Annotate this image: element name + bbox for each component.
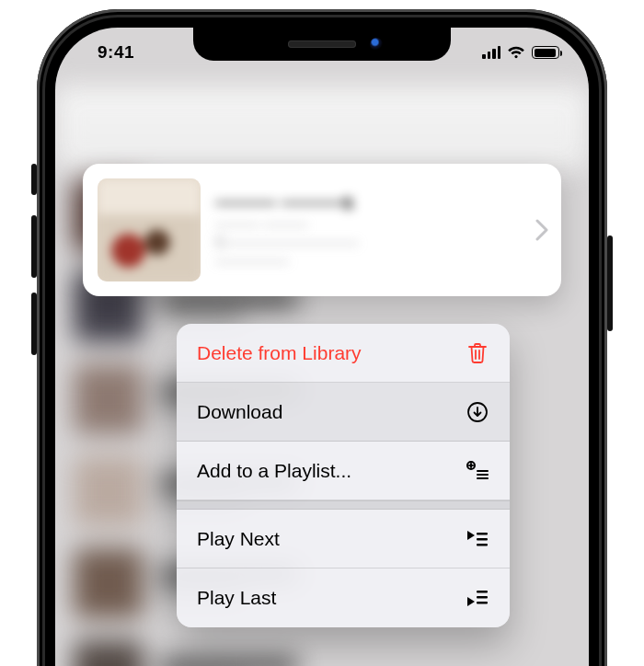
- cellular-icon: [482, 46, 500, 59]
- song-subtitle-3: —————: [215, 253, 521, 270]
- svg-rect-6: [477, 596, 488, 598]
- song-subtitle-2: C—————————: [215, 235, 521, 251]
- speaker-grille: [288, 40, 356, 48]
- mute-switch: [31, 164, 37, 195]
- play-next-icon: [466, 527, 489, 551]
- menu-item-play-last[interactable]: Play Last: [177, 568, 510, 627]
- trash-icon: [466, 341, 489, 365]
- svg-rect-5: [477, 591, 488, 592]
- iphone-device-frame: 9:41: [37, 9, 607, 666]
- menu-item-delete-from-library[interactable]: Delete from Library: [177, 324, 510, 383]
- song-title: ——— ———s: [215, 190, 521, 214]
- menu-item-label: Add to a Playlist...: [197, 460, 351, 482]
- volume-down-button: [31, 293, 37, 355]
- menu-item-play-next[interactable]: Play Next: [177, 510, 510, 568]
- svg-rect-2: [477, 533, 488, 534]
- status-time: 9:41: [85, 42, 134, 63]
- svg-rect-4: [477, 544, 488, 545]
- svg-rect-7: [477, 602, 488, 603]
- volume-up-button: [31, 215, 37, 278]
- song-subtitle-1: ——— ———: [215, 216, 521, 233]
- svg-rect-3: [477, 538, 488, 540]
- menu-item-label: Play Last: [197, 587, 276, 609]
- screen: 9:41: [55, 28, 589, 666]
- menu-item-label: Play Next: [197, 528, 280, 550]
- add-to-playlist-icon: [466, 459, 489, 483]
- status-icons: [482, 46, 563, 59]
- menu-item-download[interactable]: Download: [177, 383, 510, 442]
- menu-separator: [177, 500, 510, 510]
- menu-item-add-to-playlist[interactable]: Add to a Playlist...: [177, 442, 510, 500]
- power-button: [607, 235, 613, 331]
- album-art: [98, 178, 201, 281]
- front-camera: [370, 38, 383, 51]
- menu-item-label: Delete from Library: [197, 342, 362, 364]
- download-circle-icon: [466, 400, 489, 424]
- notch: [193, 28, 451, 61]
- play-last-icon: [466, 586, 489, 610]
- chevron-right-icon: [535, 219, 548, 241]
- wifi-icon: [507, 46, 525, 59]
- menu-item-label: Download: [197, 401, 282, 423]
- context-menu: Delete from Library Download: [177, 324, 510, 627]
- song-info-card[interactable]: ——— ———s ——— ——— C————————— —————: [83, 164, 561, 296]
- battery-icon: [532, 46, 559, 59]
- song-info-text: ——— ———s ——— ——— C————————— —————: [215, 190, 521, 270]
